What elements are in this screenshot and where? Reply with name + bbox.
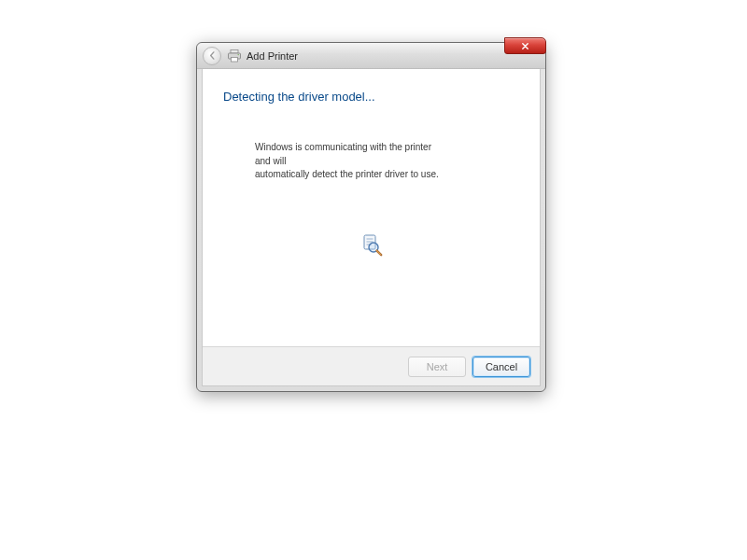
content-area: Detecting the driver model... Windows is… xyxy=(203,69,540,346)
status-line-2: automatically detect the printer driver … xyxy=(255,169,439,179)
printer-icon xyxy=(227,49,242,63)
back-button[interactable] xyxy=(203,47,221,65)
page-heading: Detecting the driver model... xyxy=(221,90,521,104)
next-button: Next xyxy=(408,357,466,377)
svg-point-3 xyxy=(238,53,239,54)
svg-rect-2 xyxy=(232,57,238,62)
client-area: Detecting the driver model... Windows is… xyxy=(202,69,541,386)
status-text: Windows is communicating with the printe… xyxy=(255,141,442,182)
status-line-1: Windows is communicating with the printe… xyxy=(255,142,431,166)
titlebar[interactable]: Add Printer xyxy=(197,43,545,69)
footer: Next Cancel xyxy=(203,346,540,385)
cancel-button[interactable]: Cancel xyxy=(472,357,530,377)
window-border-bottom xyxy=(197,386,545,391)
back-arrow-icon xyxy=(208,51,217,60)
svg-rect-0 xyxy=(231,49,238,53)
window-title: Add Printer xyxy=(247,50,298,62)
searching-icon xyxy=(359,233,384,260)
close-button[interactable] xyxy=(504,37,546,54)
add-printer-window: Add Printer Detecting the driver model..… xyxy=(196,42,546,392)
close-icon xyxy=(521,42,529,50)
